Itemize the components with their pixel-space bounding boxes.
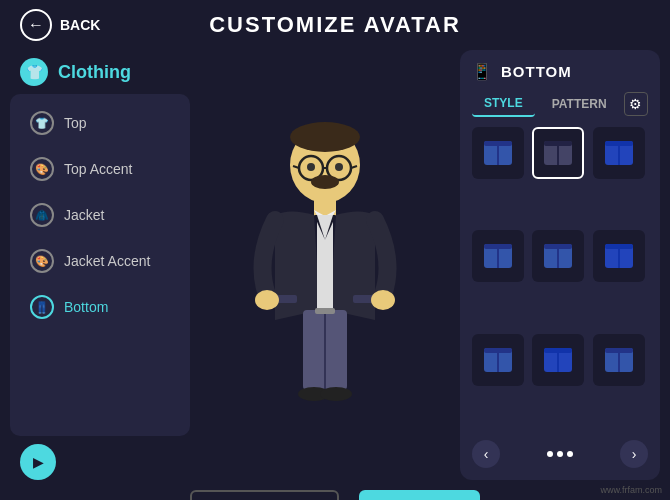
bottom-panel-icon: 📱 xyxy=(472,62,493,81)
sidebar-item-top[interactable]: 👕 Top xyxy=(15,101,185,145)
grid-item-3[interactable] xyxy=(593,127,645,179)
category-label: Clothing xyxy=(58,62,131,83)
menu-label-bottom: Bottom xyxy=(64,299,108,315)
avatar-area xyxy=(190,50,460,480)
svg-point-20 xyxy=(320,387,352,401)
grid-item-5[interactable] xyxy=(532,230,584,282)
menu-icon-jacket: 🧥 xyxy=(30,203,54,227)
clothing-icon: 👕 xyxy=(20,58,48,86)
prev-page-button[interactable]: ‹ xyxy=(472,440,500,468)
svg-rect-32 xyxy=(605,141,633,146)
svg-rect-44 xyxy=(484,348,512,353)
tabs-bar: STYLE PATTERN ⚙ xyxy=(472,91,648,117)
bottom-bar: CANCEL SAVE xyxy=(0,480,670,500)
svg-point-1 xyxy=(290,122,360,152)
pagination: ‹ › xyxy=(472,440,648,468)
svg-rect-23 xyxy=(315,308,335,314)
grid-item-7[interactable] xyxy=(472,334,524,386)
menu-icon-jacket-accent: 🎨 xyxy=(30,249,54,273)
svg-rect-12 xyxy=(317,215,333,310)
next-page-button[interactable]: › xyxy=(620,440,648,468)
svg-point-9 xyxy=(311,175,339,189)
sidebar-item-jacket[interactable]: 🧥 Jacket xyxy=(15,193,185,237)
sidebar-item-jacket-accent[interactable]: 🎨 Jacket Accent xyxy=(15,239,185,283)
page-title: CUSTOMIZE AVATAR xyxy=(209,12,461,38)
menu-label-top-accent: Top Accent xyxy=(64,161,133,177)
avatar-container xyxy=(225,105,425,425)
cancel-button[interactable]: CANCEL xyxy=(190,490,338,500)
right-panel: 📱 BOTTOM STYLE PATTERN ⚙ xyxy=(460,50,660,480)
play-button[interactable]: ▶ xyxy=(20,444,56,480)
svg-rect-35 xyxy=(484,244,512,249)
dot-1 xyxy=(547,451,553,457)
menu-label-jacket-accent: Jacket Accent xyxy=(64,253,150,269)
header: ← BACK CUSTOMIZE AVATAR xyxy=(0,0,670,50)
grid-item-4[interactable] xyxy=(472,230,524,282)
avatar-svg xyxy=(235,110,415,420)
sidebar-item-bottom[interactable]: 👖 Bottom xyxy=(15,285,185,329)
svg-rect-26 xyxy=(484,141,512,146)
menu-label-jacket: Jacket xyxy=(64,207,104,223)
svg-rect-47 xyxy=(544,348,572,353)
svg-rect-29 xyxy=(544,141,572,146)
sidebar-item-top-accent[interactable]: 🎨 Top Accent xyxy=(15,147,185,191)
menu-icon-bottom: 👖 xyxy=(30,295,54,319)
svg-rect-50 xyxy=(605,348,633,353)
category-header: 👕 Clothing xyxy=(10,50,190,94)
svg-rect-38 xyxy=(544,244,572,249)
back-circle-icon: ← xyxy=(20,9,52,41)
dot-2 xyxy=(557,451,563,457)
svg-point-22 xyxy=(371,290,395,310)
panel-title: BOTTOM xyxy=(501,63,572,80)
svg-rect-41 xyxy=(605,244,633,249)
grid-item-2[interactable] xyxy=(532,127,584,179)
dot-3 xyxy=(567,451,573,457)
menu-icon-top-accent: 🎨 xyxy=(30,157,54,181)
sidebar: 👕 Clothing 👕 Top 🎨 Top Accent 🧥 Jacket 🎨… xyxy=(10,50,190,480)
svg-point-7 xyxy=(307,163,315,171)
items-grid xyxy=(472,127,648,432)
menu-list: 👕 Top 🎨 Top Accent 🧥 Jacket 🎨 Jacket Acc… xyxy=(10,94,190,436)
back-button[interactable]: ← BACK xyxy=(20,9,100,41)
tab-style[interactable]: STYLE xyxy=(472,91,535,117)
grid-item-9[interactable] xyxy=(593,334,645,386)
filter-icon[interactable]: ⚙ xyxy=(624,92,648,116)
save-button[interactable]: SAVE xyxy=(359,490,480,500)
grid-item-1[interactable] xyxy=(472,127,524,179)
svg-point-8 xyxy=(335,163,343,171)
grid-item-6[interactable] xyxy=(593,230,645,282)
main-content: 👕 Clothing 👕 Top 🎨 Top Accent 🧥 Jacket 🎨… xyxy=(0,50,670,480)
back-label: BACK xyxy=(60,17,100,33)
menu-icon-top: 👕 xyxy=(30,111,54,135)
panel-header: 📱 BOTTOM xyxy=(472,62,648,81)
menu-label-top: Top xyxy=(64,115,87,131)
tab-pattern[interactable]: PATTERN xyxy=(540,92,619,116)
watermark: www.frfam.com xyxy=(600,485,662,495)
svg-point-21 xyxy=(255,290,279,310)
page-dots xyxy=(547,451,573,457)
grid-item-8[interactable] xyxy=(532,334,584,386)
